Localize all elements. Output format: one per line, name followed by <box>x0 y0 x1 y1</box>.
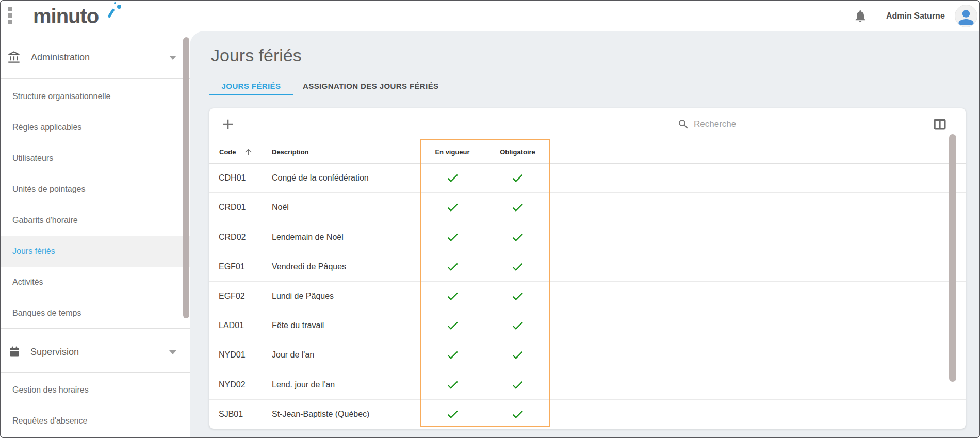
table-row[interactable]: CRD01 Noël <box>209 192 966 222</box>
chevron-down-icon <box>169 56 176 60</box>
bank-icon <box>7 51 21 64</box>
check-icon-en-vigueur <box>420 171 485 185</box>
cell-description: Vendredi de Pâques <box>272 262 346 271</box>
check-icon-obligatoire <box>485 259 550 273</box>
check-icon-obligatoire <box>485 319 550 333</box>
divider <box>1 328 190 329</box>
table-header-row: Code Description En vigueur Obligatoire <box>209 140 966 164</box>
sidebar-section-label: Administration <box>31 52 90 63</box>
logo-text: minuto <box>33 5 99 27</box>
sidebar-section-supervision[interactable]: Supervision <box>1 338 190 365</box>
table-body: CDH01 Congé de la confédération CRD01 No… <box>209 164 966 429</box>
sidebar-item-jours-feries[interactable]: Jours fériés <box>1 236 190 267</box>
chevron-down-icon <box>169 350 176 354</box>
cell-code: LAD01 <box>219 321 244 330</box>
logo-accent-dot-small <box>114 2 116 4</box>
sidebar-item-gabarits-horaire[interactable]: Gabarits d'horaire <box>1 205 190 236</box>
cell-description: Noël <box>272 203 289 212</box>
sidebar-section-administration[interactable]: Administration <box>1 44 190 71</box>
check-icon-obligatoire <box>485 289 550 303</box>
table-row[interactable]: NYD01 Jour de l'an <box>209 340 966 369</box>
table-scrollbar-thumb[interactable] <box>949 134 956 382</box>
column-header-description[interactable]: Description <box>272 140 309 164</box>
sidebar-item-gestion-des-horaires[interactable]: Gestion des horaires <box>1 375 190 405</box>
search-icon <box>677 118 690 131</box>
check-icon-en-vigueur <box>420 230 485 244</box>
sidebar-section-label: Supervision <box>30 347 79 358</box>
logo-accent-dot-large <box>117 5 121 9</box>
tab-jours-feries[interactable]: JOURS FÉRIÉS <box>209 82 293 90</box>
check-icon-en-vigueur <box>420 348 485 362</box>
cell-code: CRD02 <box>219 233 246 242</box>
sidebar-item-requetes-absence[interactable]: Requêtes d'absence <box>1 405 190 436</box>
cell-description: Fête du travail <box>272 321 324 330</box>
app-bar: minuto Admin Saturne <box>1 1 979 31</box>
calendar-icon <box>8 346 21 358</box>
cell-code: NYD02 <box>219 380 246 390</box>
table-row[interactable]: EGF01 Vendredi de Pâques <box>209 252 966 281</box>
sidebar-item-utilisateurs[interactable]: Utilisateurs <box>1 143 190 174</box>
check-icon-en-vigueur <box>420 319 485 333</box>
column-header-code[interactable]: Code <box>219 140 253 164</box>
active-tab-indicator <box>209 94 293 95</box>
cell-description: Jour de l'an <box>272 350 314 360</box>
cell-description: Lundi de Pâques <box>272 291 334 301</box>
cell-description: Lend. jour de l'an <box>272 380 335 390</box>
column-settings-button[interactable] <box>933 117 947 132</box>
user-avatar[interactable] <box>955 5 977 27</box>
column-header-obligatoire[interactable]: Obligatoire <box>485 140 550 164</box>
check-icon-obligatoire <box>485 230 550 244</box>
cell-description: St-Jean-Baptiste (Québec) <box>272 410 369 419</box>
cell-code: NYD01 <box>219 350 246 360</box>
table-row[interactable]: NYD02 Lend. jour de l'an <box>209 370 966 399</box>
check-icon-en-vigueur <box>420 378 485 392</box>
holidays-table-card: Code Description En vigueur Obligatoire … <box>209 108 966 429</box>
table-row[interactable]: LAD01 Fête du travail <box>209 311 966 340</box>
add-holiday-button[interactable] <box>220 116 236 133</box>
sidebar-item-banques-de-temps[interactable]: Banques de temps <box>1 298 190 329</box>
logo-accent-slash <box>107 8 115 18</box>
check-icon-obligatoire <box>485 348 550 362</box>
check-icon-en-vigueur <box>420 289 485 303</box>
check-icon-obligatoire <box>485 201 550 215</box>
cell-code: EGF02 <box>219 291 245 301</box>
table-toolbar <box>209 108 966 140</box>
table-row[interactable]: SJB01 St-Jean-Baptiste (Québec) <box>209 399 966 429</box>
sidebar-item-structure-organisationnelle[interactable]: Structure organisationnelle <box>1 81 190 112</box>
main-content: Jours fériés JOURS FÉRIÉS ASSIGNATION DE… <box>190 31 979 437</box>
drag-handle-menu-icon[interactable] <box>8 7 12 27</box>
search-field <box>676 115 925 134</box>
sidebar-item-regles-applicables[interactable]: Règles applicables <box>1 112 190 143</box>
check-icon-en-vigueur <box>420 407 485 421</box>
table-row[interactable]: CDH01 Congé de la confédération <box>209 164 966 192</box>
sidebar-item-activites[interactable]: Activités <box>1 267 190 298</box>
cell-description: Lendemain de Noël <box>272 233 344 242</box>
table-row[interactable]: EGF02 Lundi de Pâques <box>209 281 966 311</box>
tab-assignation-des-jours-feries[interactable]: ASSIGNATION DES JOURS FÉRIÉS <box>303 82 438 90</box>
cell-description: Congé de la confédération <box>272 173 369 183</box>
divider <box>1 372 190 373</box>
table-row[interactable]: CRD02 Lendemain de Noël <box>209 222 966 251</box>
check-icon-obligatoire <box>485 407 550 421</box>
sidebar-navigation: Administration Structure organisationnel… <box>1 31 190 437</box>
user-name[interactable]: Admin Saturne <box>886 11 945 21</box>
app-logo: minuto <box>33 4 131 28</box>
cell-code: SJB01 <box>219 410 243 419</box>
cell-code: CDH01 <box>219 173 246 183</box>
divider <box>1 78 190 79</box>
cell-code: EGF01 <box>219 262 245 271</box>
column-header-en-vigueur[interactable]: En vigueur <box>420 140 485 164</box>
check-icon-obligatoire <box>485 378 550 392</box>
notifications-bell-icon[interactable] <box>853 9 868 23</box>
check-icon-en-vigueur <box>420 259 485 273</box>
sidebar-scrollbar-thumb[interactable] <box>183 37 189 318</box>
sidebar-item-unites-de-pointages[interactable]: Unités de pointages <box>1 174 190 205</box>
tab-bar: JOURS FÉRIÉS ASSIGNATION DES JOURS FÉRIÉ… <box>209 77 438 94</box>
check-icon-obligatoire <box>485 171 550 185</box>
sort-ascending-arrow-icon <box>243 147 253 157</box>
search-input[interactable] <box>694 117 924 132</box>
cell-code: CRD01 <box>219 203 246 212</box>
check-icon-en-vigueur <box>420 201 485 215</box>
app-window: minuto Admin Saturne Administration Stru… <box>0 0 980 438</box>
page-title: Jours fériés <box>211 45 302 66</box>
